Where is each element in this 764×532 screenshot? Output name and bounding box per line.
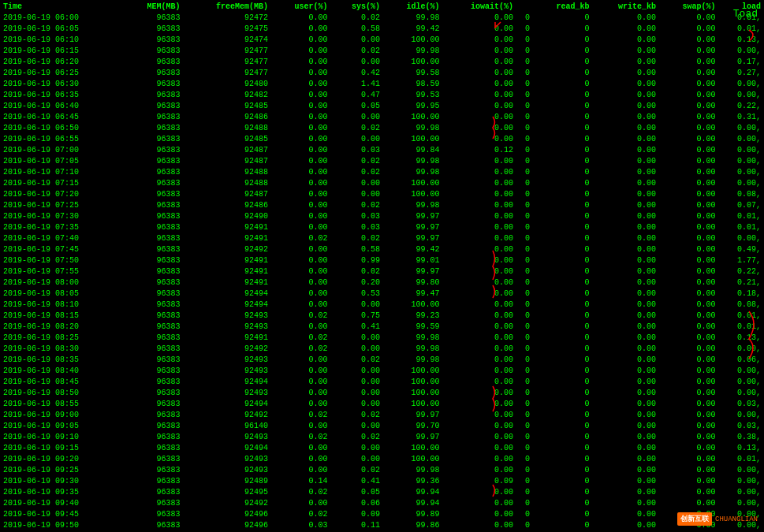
cell-14-7: 0 <box>516 167 533 178</box>
cell-17-4: 0.02 <box>331 200 383 211</box>
table-row: 2019-06-19 06:3096383924800.001.4198.590… <box>0 79 764 90</box>
cell-35-2: 92494 <box>183 399 271 410</box>
cell-45-4: 0.09 <box>331 509 383 520</box>
cell-9-11: 0.31, <box>719 112 764 123</box>
cell-40-10: 0.00 <box>659 454 718 465</box>
cell-42-8: 0 <box>533 476 592 487</box>
cell-38-10: 0.00 <box>659 432 718 443</box>
cell-43-3: 0.02 <box>271 487 330 498</box>
cell-20-3: 0.02 <box>271 233 330 244</box>
cell-24-1: 96383 <box>124 277 183 288</box>
cell-7-2: 92482 <box>183 90 271 101</box>
cell-41-2: 92493 <box>183 465 271 476</box>
cell-42-5: 99.36 <box>383 476 442 487</box>
cell-9-7: 0 <box>516 112 533 123</box>
cell-22-6: 0.00 <box>442 255 516 266</box>
cell-34-5: 100.00 <box>383 388 442 399</box>
cell-2-8: 0 <box>533 35 592 46</box>
cell-2-6: 0.00 <box>442 35 516 46</box>
cell-5-1: 96383 <box>124 68 183 79</box>
cell-19-8: 0 <box>533 222 592 233</box>
cell-8-7: 0 <box>516 101 533 112</box>
cell-7-3: 0.00 <box>271 90 330 101</box>
cell-33-11: 0.00, <box>719 377 764 388</box>
cell-13-3: 0.00 <box>271 156 330 167</box>
cell-37-4: 0.00 <box>331 421 383 432</box>
cell-37-9: 0.00 <box>593 421 660 432</box>
cell-40-1: 96383 <box>124 454 183 465</box>
cell-13-7: 0 <box>516 156 533 167</box>
cell-20-9: 0.00 <box>593 233 660 244</box>
cell-8-11: 0.22, <box>719 101 764 112</box>
cell-6-1: 96383 <box>124 79 183 90</box>
cell-22-1: 96383 <box>124 255 183 266</box>
cell-24-3: 0.00 <box>271 277 330 288</box>
cell-17-6: 0.00 <box>442 200 516 211</box>
cell-32-2: 92493 <box>183 366 271 377</box>
cell-16-8: 0 <box>533 189 592 200</box>
cell-45-3: 0.02 <box>271 509 330 520</box>
cell-20-5: 99.97 <box>383 233 442 244</box>
table-row: 2019-06-19 07:5596383924910.000.0299.970… <box>0 266 764 277</box>
cell-2-0: 2019-06-19 06:10 <box>0 35 124 46</box>
cell-40-8: 0 <box>533 454 592 465</box>
cell-37-1: 96383 <box>124 421 183 432</box>
cell-27-11: 0.01, <box>719 311 764 322</box>
cell-30-4: 0.00 <box>331 344 383 355</box>
cell-43-5: 99.94 <box>383 487 442 498</box>
cell-16-1: 96383 <box>124 189 183 200</box>
cell-9-0: 2019-06-19 06:45 <box>0 112 124 123</box>
cell-34-10: 0.00 <box>659 388 718 399</box>
cell-3-7: 0 <box>516 46 533 57</box>
cell-18-5: 99.97 <box>383 211 442 222</box>
cell-10-6: 0.00 <box>442 123 516 134</box>
cell-27-7: 0 <box>516 311 533 322</box>
cell-3-8: 0 <box>533 46 592 57</box>
cell-36-5: 99.97 <box>383 410 442 421</box>
cell-32-4: 0.00 <box>331 366 383 377</box>
cell-3-4: 0.02 <box>331 46 383 57</box>
cell-14-2: 92488 <box>183 167 271 178</box>
cell-0-0: 2019-06-19 06:00 <box>0 13 124 24</box>
table-row: 2019-06-19 06:2096383924770.000.00100.00… <box>0 57 764 68</box>
cell-4-10: 0.00 <box>659 57 718 68</box>
cell-35-11: 0.03, <box>719 399 764 410</box>
cell-0-1: 96383 <box>124 13 183 24</box>
cell-4-7: 0 <box>516 57 533 68</box>
cell-44-9: 0.00 <box>593 498 660 509</box>
table-row: 2019-06-19 09:0096383924920.020.0299.970… <box>0 410 764 421</box>
cell-42-4: 0.41 <box>331 476 383 487</box>
cell-11-10: 0.00 <box>659 134 718 145</box>
cell-10-0: 2019-06-19 06:50 <box>0 123 124 134</box>
cell-26-0: 2019-06-19 08:10 <box>0 299 124 311</box>
cell-18-1: 96383 <box>124 211 183 222</box>
table-row: 2019-06-19 06:5096383924880.000.0299.980… <box>0 123 764 134</box>
cell-20-11: 0.00, <box>719 233 764 244</box>
cell-33-9: 0.00 <box>593 377 660 388</box>
cell-15-7: 0 <box>516 178 533 189</box>
cell-24-8: 0 <box>533 277 592 288</box>
cell-4-5: 100.00 <box>383 57 442 68</box>
cell-39-2: 92494 <box>183 443 271 454</box>
cell-40-2: 92493 <box>183 454 271 465</box>
cell-5-3: 0.00 <box>271 68 330 79</box>
cell-46-2: 92496 <box>183 520 271 531</box>
cell-41-0: 2019-06-19 09:25 <box>0 465 124 476</box>
table-row: 2019-06-19 09:2096383924930.000.00100.00… <box>0 454 764 465</box>
cell-35-9: 0.00 <box>593 399 660 410</box>
cell-15-2: 92488 <box>183 178 271 189</box>
cell-23-0: 2019-06-19 07:55 <box>0 266 124 277</box>
cell-23-10: 0.00 <box>659 266 718 277</box>
cell-3-3: 0.00 <box>271 46 330 57</box>
cell-14-3: 0.00 <box>271 167 330 178</box>
cell-19-2: 92491 <box>183 222 271 233</box>
cell-4-4: 0.00 <box>331 57 383 68</box>
cell-18-2: 92490 <box>183 211 271 222</box>
cell-36-6: 0.00 <box>442 410 516 421</box>
cell-38-8: 0 <box>533 432 592 443</box>
cell-19-1: 96383 <box>124 222 183 233</box>
header-col-8: read_kb <box>533 2 592 13</box>
cell-27-10: 0.00 <box>659 311 718 322</box>
cell-38-9: 0.00 <box>593 432 660 443</box>
cell-11-0: 2019-06-19 06:55 <box>0 134 124 145</box>
